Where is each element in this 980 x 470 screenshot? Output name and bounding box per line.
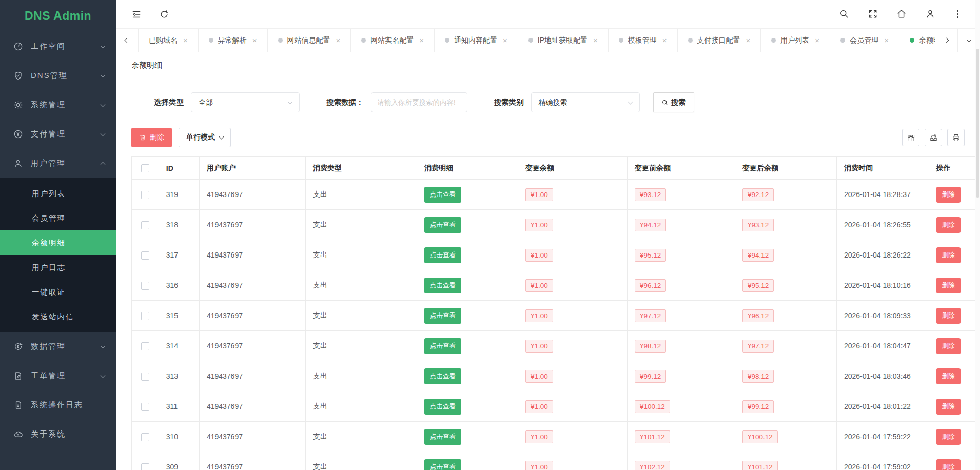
print-button[interactable] [947,129,965,146]
tab-item[interactable]: 网站信息配置 × [268,29,351,52]
change-amount-badge: ¥1.00 [525,340,553,352]
tab-item[interactable]: 通知内容配置 × [435,29,518,52]
row-delete-button[interactable]: 删除 [936,278,961,293]
row-checkbox[interactable] [141,282,149,290]
view-detail-button[interactable]: 点击查看 [424,187,461,203]
sidebar-sub-item[interactable]: 会员管理 [0,206,116,230]
row-checkbox[interactable] [141,342,149,350]
view-detail-button[interactable]: 点击查看 [424,459,461,470]
tab-item[interactable]: 异常解析 × [199,29,268,52]
sidebar-group[interactable]: 数据管理 [0,332,116,361]
view-detail-button[interactable]: 点击查看 [424,217,461,233]
sidebar-group[interactable]: 关于系统 [0,420,116,449]
change-amount-badge: ¥1.00 [525,309,553,322]
search-category-select[interactable]: 精确搜索 [531,92,640,112]
tab-item[interactable]: 模板管理 × [609,29,678,52]
row-delete-button[interactable]: 删除 [936,308,961,324]
sidebar-sub-item[interactable]: 余额明细 [0,230,116,255]
chevron-up-icon [101,162,106,167]
search-button[interactable]: 搜索 [653,92,694,112]
chevron-down-icon [101,102,106,107]
tab-item[interactable]: IP地址获取配置 × [518,29,609,52]
sidebar-group-users[interactable]: 用户管理 [0,149,116,178]
tab-item[interactable]: 会员管理 × [830,29,899,52]
sidebar-sub-item[interactable]: 用户列表 [0,181,116,206]
row-delete-button[interactable]: 删除 [936,217,961,233]
tab-close-icon[interactable]: × [252,36,257,45]
tabs-scroll-left-button[interactable] [116,29,139,52]
row-checkbox[interactable] [141,312,149,320]
type-select[interactable]: 全部 [191,92,300,112]
tab-close-icon[interactable]: × [183,36,188,45]
search-data-label: 搜索数据： [326,97,364,107]
chevron-down-icon [219,134,224,140]
view-detail-button[interactable]: 点击查看 [424,278,461,293]
scrollbar-thumb[interactable] [976,49,979,198]
search-input[interactable] [371,92,467,112]
bulk-delete-button[interactable]: 删除 [131,128,172,147]
row-checkbox[interactable] [141,463,149,470]
search-icon[interactable] [839,9,849,19]
row-checkbox[interactable] [141,191,149,199]
tab-item[interactable]: 支付接口配置 × [678,29,761,52]
tab-item[interactable]: 余额明细 × [899,29,935,52]
tab-close-icon[interactable]: × [336,36,341,45]
row-mode-dropdown-button[interactable]: 单行模式 [179,128,231,147]
table-row: 313 419437697 支出 点击查看 ¥1.00 ¥99.12 ¥98.1… [132,361,979,391]
tab-item[interactable]: 用户列表 × [761,29,830,52]
view-detail-button[interactable]: 点击查看 [424,368,461,384]
refresh-icon[interactable] [159,9,169,19]
row-delete-button[interactable]: 删除 [936,247,961,263]
sidebar-group[interactable]: 支付管理 [0,120,116,149]
row-checkbox[interactable] [141,433,149,441]
view-detail-button[interactable]: 点击查看 [424,429,461,445]
tabs-scroll-right-button[interactable] [935,29,957,52]
view-detail-button[interactable]: 点击查看 [424,247,461,263]
fullscreen-icon[interactable] [868,9,878,19]
view-detail-button[interactable]: 点击查看 [424,338,461,354]
row-delete-button[interactable]: 删除 [936,338,961,354]
cell-type: 支出 [305,180,417,210]
row-delete-button[interactable]: 删除 [936,187,961,203]
home-icon[interactable] [896,9,907,19]
view-detail-button[interactable]: 点击查看 [424,308,461,324]
cell-time: 2026-01-04 18:04:47 [836,331,929,361]
row-checkbox[interactable] [141,251,149,260]
collapse-menu-icon[interactable] [131,9,142,19]
tab-close-icon[interactable]: × [503,36,507,45]
columns-filter-button[interactable] [902,129,919,146]
more-menu-icon[interactable] [954,9,962,19]
tab-item[interactable]: 网站实名配置 × [351,29,435,52]
tab-status-dot [445,38,449,43]
tab-close-icon[interactable]: × [419,36,424,45]
page-scrollbar[interactable] [975,0,980,470]
sidebar-group[interactable]: 工单管理 [0,361,116,390]
export-button[interactable] [925,129,942,146]
tab-close-icon[interactable]: × [884,36,889,45]
sidebar-group[interactable]: 系统管理 [0,90,116,120]
tab-close-icon[interactable]: × [662,36,667,45]
view-detail-button[interactable]: 点击查看 [424,399,461,415]
change-amount-badge: ¥1.00 [525,461,553,470]
sidebar-group[interactable]: DNS管理 [0,61,116,90]
row-delete-button[interactable]: 删除 [936,368,961,384]
sidebar-sub-item[interactable]: 用户日志 [0,255,116,280]
row-checkbox[interactable] [141,221,149,229]
tab-close-icon[interactable]: × [746,36,751,45]
select-all-checkbox[interactable] [141,164,149,172]
row-checkbox[interactable] [141,373,149,381]
row-checkbox[interactable] [141,403,149,411]
sidebar-group[interactable]: 工作空间 [0,32,116,61]
row-delete-button[interactable]: 删除 [936,429,961,445]
tab-close-icon[interactable]: × [815,36,819,45]
tab-close-icon[interactable]: × [593,36,598,45]
sidebar-sub-item[interactable]: 一键取证 [0,280,116,304]
user-icon[interactable] [925,9,935,19]
row-delete-button[interactable]: 删除 [936,399,961,415]
before-amount-badge: ¥93.12 [635,188,666,201]
row-delete-button[interactable]: 删除 [936,459,961,470]
tab-item[interactable]: 已购域名 × [139,29,199,52]
sidebar-group-icon [13,100,23,110]
sidebar-group[interactable]: 系统操作日志 [0,390,116,420]
sidebar-sub-item[interactable]: 发送站内信 [0,304,116,329]
